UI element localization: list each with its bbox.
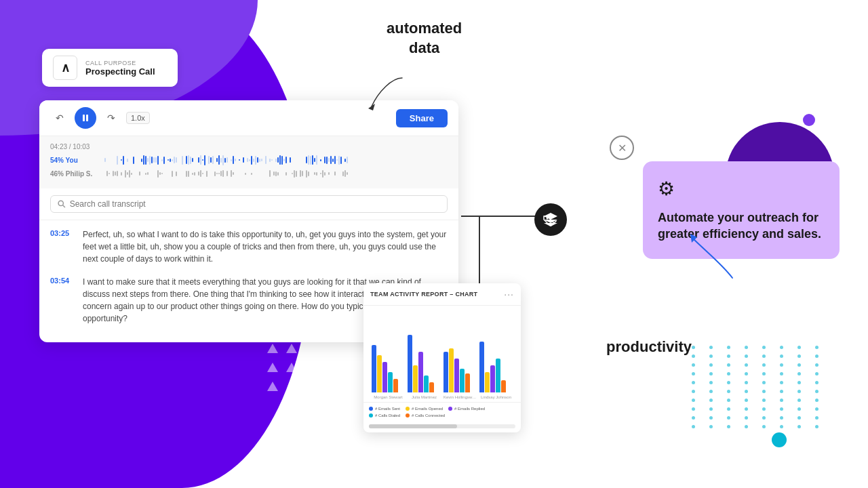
triangle-decoration bbox=[286, 344, 297, 353]
teal-dot bbox=[780, 416, 783, 420]
teal-dot bbox=[709, 416, 713, 420]
teal-dot bbox=[762, 416, 766, 420]
triangle-decoration bbox=[286, 382, 297, 391]
teal-dot bbox=[692, 390, 695, 393]
chart-bar bbox=[377, 355, 382, 392]
triangle-decoration bbox=[305, 344, 316, 353]
teal-dot bbox=[762, 390, 766, 393]
speaker-row-you: 54% You bbox=[50, 155, 448, 165]
teal-dot bbox=[797, 407, 801, 411]
teal-dot bbox=[780, 407, 783, 411]
teal-dot bbox=[745, 372, 748, 375]
teal-dot bbox=[815, 363, 818, 367]
teal-dot bbox=[815, 346, 818, 349]
teal-dot bbox=[727, 425, 730, 428]
teal-dot bbox=[815, 416, 818, 420]
teal-dot bbox=[692, 399, 695, 402]
pause-button[interactable] bbox=[75, 107, 96, 129]
automate-card-text: Automate your outreach for greater effic… bbox=[658, 209, 825, 243]
speaker-label-philip: 46% Philip S. bbox=[50, 170, 99, 178]
triangle-decoration bbox=[305, 382, 316, 391]
teal-dot bbox=[762, 425, 766, 428]
chart-bar-group bbox=[372, 345, 405, 392]
teal-dot bbox=[762, 381, 766, 384]
legend-dot bbox=[406, 407, 410, 411]
chart-x-label: Morgan Stewart bbox=[372, 395, 405, 399]
tag-icon bbox=[542, 211, 559, 228]
teal-dot bbox=[797, 381, 801, 384]
teal-dot bbox=[815, 381, 818, 384]
triangle-decoration bbox=[324, 382, 335, 391]
teal-dot bbox=[692, 407, 695, 411]
teal-dot bbox=[692, 354, 695, 358]
chart-header: TEAM ACTIVITY REPORT – CHART ··· bbox=[363, 283, 521, 306]
chart-bar bbox=[496, 359, 500, 392]
chart-x-labels: Morgan StewartJulia MartinezKevin Hollin… bbox=[369, 392, 515, 399]
legend-label: # Calls Connected bbox=[412, 413, 445, 418]
teal-dot bbox=[745, 346, 748, 349]
triangle-decoration bbox=[343, 363, 354, 372]
call-purpose-value: Prospecting Call bbox=[85, 66, 155, 77]
forward-button[interactable]: ↷ bbox=[102, 108, 121, 127]
svg-line-3 bbox=[63, 205, 65, 207]
chart-legend-item: # Calls Connected bbox=[406, 413, 445, 418]
chart-bar bbox=[393, 379, 398, 392]
teal-dot bbox=[709, 372, 713, 375]
teal-dot bbox=[797, 425, 801, 428]
chart-bar-group bbox=[479, 342, 513, 392]
chart-bar bbox=[429, 382, 434, 392]
teal-dot bbox=[780, 372, 783, 375]
teal-dot bbox=[727, 363, 730, 367]
toolbar-left: ↶ ↷ 1.0x bbox=[50, 107, 150, 129]
search-input[interactable] bbox=[70, 199, 440, 209]
legend-label: # Emails Sent bbox=[375, 407, 400, 411]
teal-dot bbox=[780, 363, 783, 367]
legend-dot bbox=[448, 407, 452, 411]
teal-dot bbox=[727, 381, 730, 384]
waveform-area: 04:23 / 10:03 54% You 46% Philip S. bbox=[39, 136, 458, 188]
chart-scrollbar-thumb bbox=[369, 424, 457, 428]
chart-legend-item: # Emails Opened bbox=[406, 407, 443, 411]
gear-icon: ⚙ bbox=[658, 178, 825, 200]
teal-dot bbox=[780, 399, 783, 402]
chart-bar bbox=[485, 372, 490, 392]
teal-dot bbox=[762, 372, 766, 375]
speaker-label-you: 54% You bbox=[50, 157, 99, 164]
teal-dot bbox=[797, 399, 801, 402]
chart-bar bbox=[465, 373, 470, 392]
rewind-button[interactable]: ↶ bbox=[50, 108, 69, 127]
chart-scrollbar[interactable] bbox=[369, 424, 515, 428]
purple-dot-decoration bbox=[803, 114, 815, 126]
svg-marker-4 bbox=[368, 104, 375, 110]
teal-dot bbox=[797, 346, 801, 349]
teal-dot bbox=[727, 346, 730, 349]
teal-dot bbox=[797, 390, 801, 393]
triangle-decoration bbox=[286, 363, 297, 372]
legend-label: # Calls Dialed bbox=[375, 413, 400, 418]
teal-dot bbox=[692, 363, 695, 367]
svg-point-2 bbox=[58, 201, 63, 205]
speed-button[interactable]: 1.0x bbox=[126, 112, 150, 124]
search-input-wrap[interactable] bbox=[50, 195, 448, 213]
chart-bar bbox=[424, 375, 429, 392]
teal-dot bbox=[709, 381, 713, 384]
teal-dot bbox=[762, 399, 766, 402]
teal-dot bbox=[745, 363, 748, 367]
teal-dot bbox=[815, 425, 818, 428]
teal-dot bbox=[745, 416, 748, 420]
speaker-row-philip: 46% Philip S. bbox=[50, 168, 448, 179]
transcript-time: 03:25 bbox=[50, 228, 75, 265]
triangle-decoration bbox=[343, 344, 354, 353]
triangle-decoration bbox=[267, 382, 278, 391]
teal-dot bbox=[727, 354, 730, 358]
time-display: 04:23 / 10:03 bbox=[50, 143, 448, 150]
teal-dot bbox=[692, 346, 695, 349]
close-button[interactable]: ✕ bbox=[610, 136, 634, 160]
chart-bar bbox=[460, 369, 465, 392]
teal-dot bbox=[692, 372, 695, 375]
teal-dot bbox=[745, 390, 748, 393]
automate-card: ⚙ Automate your outreach for greater eff… bbox=[643, 161, 840, 259]
chart-bar bbox=[382, 362, 387, 392]
chart-menu-dots[interactable]: ··· bbox=[504, 289, 514, 300]
chart-bar bbox=[479, 342, 484, 392]
